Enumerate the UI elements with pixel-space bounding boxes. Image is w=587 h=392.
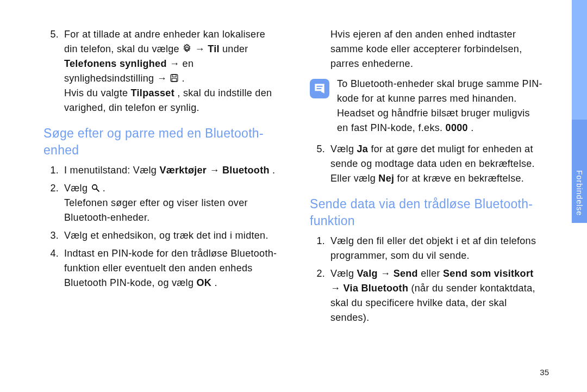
text: To Bluetooth-enheder skal bruge samme PI… [337,78,542,133]
text: . [272,165,275,176]
text: . [182,73,185,84]
svg-line-4 [96,189,98,191]
text: → [195,43,208,54]
bold-text: Bluetooth [222,165,270,176]
bold-text: 0000 [446,122,468,133]
left-steps: 1. I menutilstand: Vælg Værktøjer → Blue… [43,163,277,290]
step-text: For at tillade at andre enheder kan loka… [64,27,277,115]
step-number: 2. [310,266,330,281]
step-number: 1. [310,234,330,248]
left-column: 5. For at tillade at andre enheder kan l… [43,27,277,328]
left-step-4: 4. Indtast en PIN-kode for den trådløse … [43,246,277,290]
right-column: Hvis ejeren af den anden enhed indtaster… [310,27,544,328]
note-block: To Bluetooth-enheder skal bruge samme PI… [310,77,544,135]
text: Hvis du valgte [64,88,131,98]
gear-icon [182,43,192,53]
note-text: To Bluetooth-enheder skal bruge samme PI… [337,77,544,135]
step-number: 5. [43,27,64,42]
text: for at kræve en bekræftelse. [397,173,524,184]
step-number: 1. [43,163,64,178]
section-side-label-text: Forbindelse [575,170,584,216]
page-number: 35 [540,368,549,377]
right-step-5: 5. Vælg Ja for at gøre det muligt for en… [310,142,544,186]
step-text: Vælg Valg → Send eller Send som visitkor… [330,266,544,325]
section-side-label: Forbindelse [572,160,587,226]
bold-text: Send [394,268,418,279]
left-step-1: 1. I menutilstand: Vælg Værktøjer → Blue… [43,163,277,178]
left-step-2: 2. Vælg . Telefonen søger efter og viser… [43,181,277,225]
text: eller [421,268,443,279]
step-text: I menutilstand: Vælg Værktøjer → Bluetoo… [64,163,277,178]
bold-text: Til [208,43,220,54]
magnifier-icon [91,183,100,192]
text: → [380,268,394,279]
text: → [330,283,344,294]
text: I menutilstand: Vælg [64,165,159,176]
bold-text: Send som visitkort [443,268,533,279]
text: → [209,165,222,176]
text: . [103,183,105,194]
save-disk-icon [170,73,179,83]
svg-rect-1 [172,74,176,77]
bold-text: Tilpasset [131,88,174,98]
svg-rect-2 [172,78,177,82]
manual-page: Forbindelse 5. For at tillade at andre e… [0,0,587,392]
text: under [222,43,248,54]
step-text: Indtast en PIN-kode for den trådløse Blu… [64,246,277,290]
text: Vælg [330,268,357,279]
left-step-3: 3. Vælg et enhedsikon, og træk det ind i… [43,228,277,243]
right-step-2: 2. Vælg Valg → Send eller Send som visit… [310,266,544,325]
step-text: Vælg et enhedsikon, og træk det ind i mi… [64,228,277,243]
text: Indtast en PIN-kode for den trådløse Blu… [64,248,277,288]
bold-text: Valg [357,268,378,279]
step-number: 2. [43,181,64,196]
heading-send-data: Sende data via den trådløse Bluetooth-fu… [310,196,544,229]
step-number: 3. [43,228,64,243]
bold-text: Værktøjer [159,165,207,176]
left-step-5: 5. For at tillade at andre enheder kan l… [43,27,277,115]
right-steps: 1. Vælg den fil eller det objekt i et af… [310,234,544,325]
step-text: Vælg Ja for at gøre det muligt for enhed… [330,142,544,186]
text: Telefonen søger efter og viser listen ov… [64,197,248,223]
right-step-5-list: 5. Vælg Ja for at gøre det muligt for en… [310,142,544,186]
columns: 5. For at tillade at andre enheder kan l… [43,27,554,328]
bold-text: Ja [357,144,369,154]
left-step-5-list: 5. For at tillade at andre enheder kan l… [43,27,277,115]
bold-text: Nej [378,173,394,184]
text: Vælg [330,144,357,154]
text: . [471,122,473,133]
step-text: Vælg . Telefonen søger efter og viser li… [64,181,277,225]
step-text: Vælg den fil eller det objekt i et af di… [330,234,544,263]
heading-search-pair: Søge efter og parre med en Bluetooth-enh… [43,125,277,159]
right-step-1: 1. Vælg den fil eller det objekt i et af… [310,234,544,263]
step-number: 5. [310,142,330,157]
bold-text: Telefonens synlighed [64,58,167,69]
bold-text: Via Bluetooth [344,283,409,294]
note-info-icon [310,79,329,98]
bold-text: OK [197,277,212,288]
right-continuation: Hvis ejeren af den anden enhed indtaster… [330,27,544,71]
text: . [214,277,217,288]
text: Vælg [64,183,91,194]
step-number: 4. [43,246,64,261]
